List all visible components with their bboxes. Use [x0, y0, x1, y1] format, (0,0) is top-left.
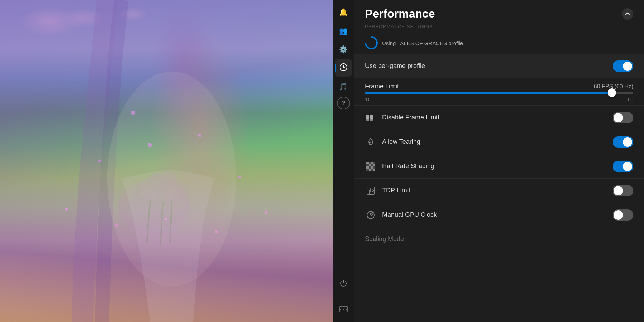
svg-rect-28: [369, 162, 371, 164]
toggle-knob-6: [614, 210, 623, 220]
toggle-knob: [623, 62, 632, 71]
tdp-limit-toggle[interactable]: [613, 185, 633, 196]
performance-panel: Performance PERFORMANCE SETTINGS Using T…: [354, 0, 644, 322]
sidebar: 🔔 👥 ⚙️ 🎵 ?: [333, 0, 354, 322]
svg-rect-34: [373, 164, 375, 166]
character-svg: [0, 0, 333, 322]
svg-rect-27: [366, 162, 369, 164]
toggle-knob-4: [623, 162, 632, 171]
svg-rect-33: [371, 164, 373, 166]
tdp-limit-icon: [365, 185, 376, 196]
per-game-profile-label: Use per-game profile: [365, 62, 607, 70]
svg-rect-37: [371, 166, 373, 169]
friends-icon: 👥: [339, 26, 348, 35]
per-game-profile-toggle[interactable]: [613, 60, 633, 72]
page-title: Performance: [365, 7, 435, 20]
help-icon: ?: [341, 99, 345, 107]
tdp-limit-label: TDP Limit: [382, 187, 607, 194]
profile-icon: [365, 36, 378, 49]
scaling-mode-row: Scaling Mode: [354, 227, 644, 251]
music-icon: 🎵: [339, 82, 348, 91]
frame-limit-row: Frame Limit 60 FPS (60 Hz): [354, 78, 644, 92]
slider-labels: 10 60: [365, 97, 633, 102]
svg-rect-32: [369, 164, 371, 166]
frame-limit-slider[interactable]: [365, 92, 633, 94]
svg-rect-31: [366, 164, 369, 166]
sidebar-item-keyboard[interactable]: [335, 301, 352, 318]
keyboard-icon: [339, 306, 348, 314]
svg-rect-26: [370, 117, 373, 119]
allow-tearing-icon: [365, 136, 376, 148]
svg-rect-36: [369, 166, 371, 169]
svg-rect-35: [366, 166, 369, 169]
slider-container: 10 60: [354, 92, 644, 105]
sidebar-item-performance[interactable]: [335, 59, 352, 77]
panel-header: Performance: [354, 0, 644, 24]
profile-text: Using TALES OF GRACES profile: [382, 40, 463, 46]
half-rate-shading-label: Half Rate Shading: [382, 162, 607, 170]
half-rate-shading-toggle[interactable]: [613, 161, 633, 172]
disable-frame-limit-label: Disable Frame Limit: [382, 114, 607, 121]
svg-rect-41: [371, 169, 373, 171]
sidebar-item-friends[interactable]: 👥: [335, 22, 352, 39]
settings-list: Use per-game profile Frame Limit 60 FPS …: [354, 54, 644, 322]
allow-tearing-toggle[interactable]: [613, 136, 633, 148]
slider-max-label: 60: [628, 97, 633, 102]
manual-gpu-clock-icon: [365, 209, 376, 221]
per-game-profile-row: Use per-game profile: [354, 54, 644, 78]
allow-tearing-label: Allow Tearing: [382, 138, 607, 146]
svg-rect-29: [371, 162, 373, 164]
slider-fill: [365, 92, 612, 94]
manual-gpu-clock-row: Manual GPU Clock: [354, 203, 644, 227]
manual-gpu-clock-toggle[interactable]: [613, 209, 633, 221]
sidebar-item-settings[interactable]: ⚙️: [335, 41, 352, 58]
game-screenshot: [0, 0, 333, 322]
profile-row: Using TALES OF GRACES profile: [354, 32, 644, 54]
frame-limit-label: Frame Limit: [365, 83, 594, 90]
bell-icon: 🔔: [339, 8, 348, 16]
tdp-limit-row: TDP Limit: [354, 178, 644, 203]
toggle-knob-5: [614, 186, 623, 195]
svg-rect-42: [373, 169, 375, 171]
disable-frame-limit-row: Disable Frame Limit: [354, 105, 644, 130]
panel-subtitle: PERFORMANCE SETTINGS: [354, 24, 644, 32]
svg-rect-39: [366, 169, 369, 171]
scaling-mode-label: Scaling Mode: [365, 235, 633, 243]
toggle-knob-2: [614, 113, 623, 122]
svg-rect-38: [373, 166, 375, 169]
slider-min-label: 10: [365, 97, 371, 102]
svg-rect-30: [373, 162, 375, 164]
power-icon: [339, 279, 348, 289]
svg-rect-23: [366, 115, 369, 117]
scroll-up-button[interactable]: [622, 8, 633, 20]
svg-rect-24: [370, 115, 373, 117]
half-rate-shading-icon: [365, 161, 376, 172]
sidebar-item-bell[interactable]: 🔔: [335, 4, 352, 21]
chevron-up-icon: [625, 11, 630, 16]
settings-icon: ⚙️: [339, 45, 348, 54]
half-rate-shading-row: Half Rate Shading: [354, 154, 644, 178]
sidebar-item-power[interactable]: [335, 275, 352, 293]
sidebar-item-music[interactable]: 🎵: [335, 78, 352, 95]
svg-rect-40: [369, 169, 371, 171]
disable-frame-limit-toggle[interactable]: [613, 112, 633, 123]
sidebar-item-help[interactable]: ?: [337, 97, 350, 109]
performance-icon: [339, 63, 348, 73]
slider-thumb[interactable]: [608, 88, 616, 97]
allow-tearing-row: Allow Tearing: [354, 130, 644, 154]
frame-limit-icon: [365, 112, 376, 123]
svg-rect-25: [366, 117, 369, 119]
manual-gpu-clock-label: Manual GPU Clock: [382, 211, 607, 219]
toggle-knob-3: [623, 137, 632, 147]
